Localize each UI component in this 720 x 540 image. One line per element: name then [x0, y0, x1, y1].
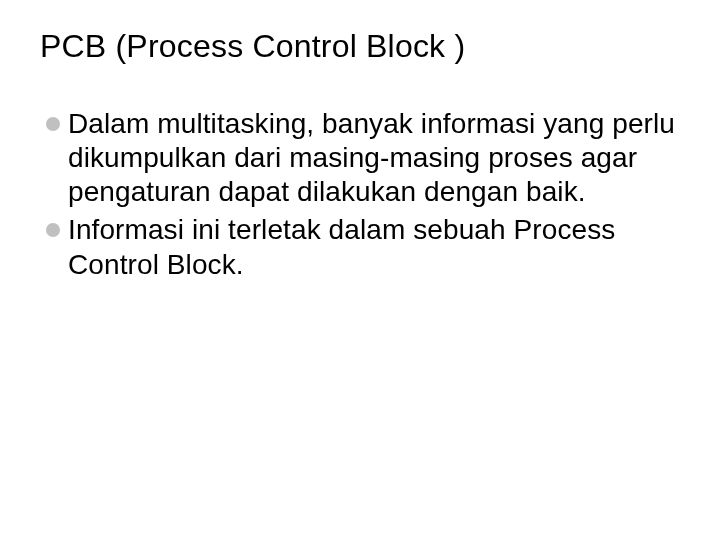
list-item-text: Dalam multitasking, banyak informasi yan… — [68, 107, 680, 209]
list-item-text: Informasi ini terletak dalam sebuah Proc… — [68, 213, 680, 281]
slide: PCB (Process Control Block ) Dalam multi… — [0, 0, 720, 540]
list-item: Dalam multitasking, banyak informasi yan… — [46, 107, 680, 209]
slide-title: PCB (Process Control Block ) — [40, 28, 680, 65]
list-item: Informasi ini terletak dalam sebuah Proc… — [46, 213, 680, 281]
bullet-icon — [46, 117, 60, 131]
bullet-icon — [46, 223, 60, 237]
slide-body: Dalam multitasking, banyak informasi yan… — [46, 107, 680, 282]
